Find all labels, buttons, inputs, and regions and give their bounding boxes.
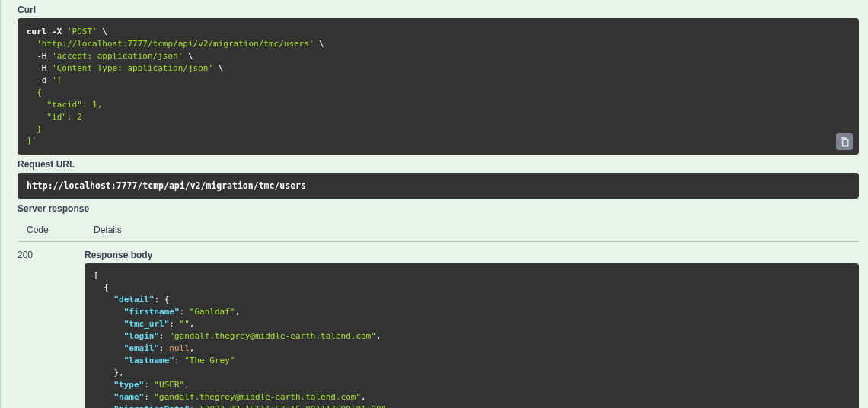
response-body-block: [ { "detail": { "firstname": "Ganldaf", … [85,263,859,408]
swagger-response-panel: Curl curl -X 'POST' \ 'http://localhost:… [0,0,868,408]
response-details: Response body [ { "detail": { "firstname… [85,250,859,408]
curl-code-block: curl -X 'POST' \ 'http://localhost:7777/… [18,18,859,155]
copy-curl-button[interactable] [836,133,853,150]
response-body-label: Response body [85,250,859,263]
curl-label: Curl [8,0,868,18]
clipboard-icon [840,137,850,147]
code-column-header: Code [27,225,57,235]
request-url-label: Request URL [8,155,868,173]
response-row: 200 Response body [ { "detail": { "first… [8,242,859,408]
status-code: 200 [18,250,48,408]
request-url-value: http://localhost:7777/tcmp/api/v2/migrat… [27,180,306,191]
request-url-block: http://localhost:7777/tcmp/api/v2/migrat… [18,173,859,199]
details-column-header: Details [94,225,122,235]
server-response-label: Server response [8,199,868,217]
response-table-header: Code Details [18,217,859,242]
